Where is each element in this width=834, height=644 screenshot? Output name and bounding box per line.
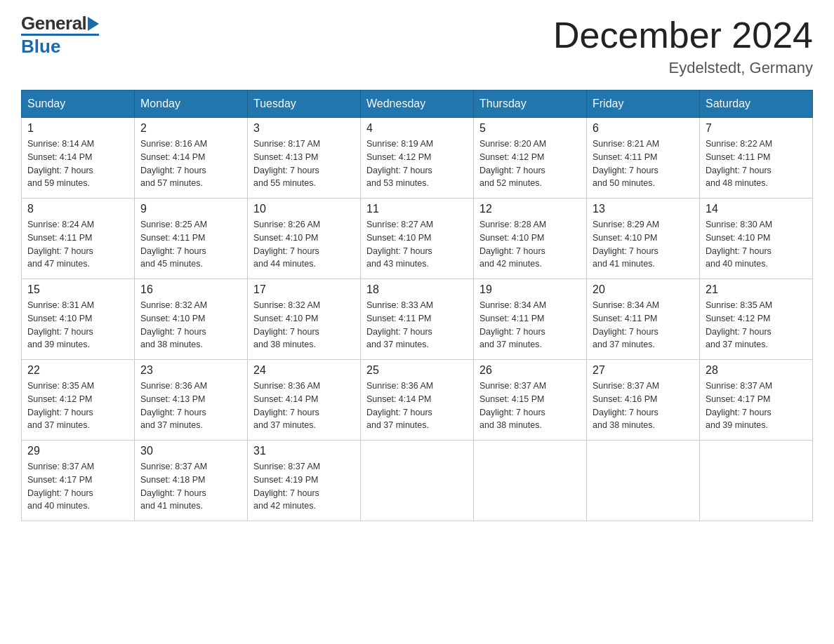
day-info: Sunrise: 8:34 AMSunset: 4:11 PMDaylight:… [593, 299, 694, 351]
day-number: 19 [479, 283, 581, 296]
day-number: 11 [366, 203, 468, 215]
day-number: 5 [479, 122, 581, 135]
day-info: Sunrise: 8:32 AMSunset: 4:10 PMDaylight:… [253, 299, 355, 351]
day-info: Sunrise: 8:26 AMSunset: 4:10 PMDaylight:… [253, 218, 355, 271]
day-info: Sunrise: 8:29 AMSunset: 4:10 PMDaylight:… [593, 218, 694, 271]
day-info: Sunrise: 8:21 AMSunset: 4:11 PMDaylight:… [593, 137, 694, 190]
logo: General Blue [21, 14, 99, 55]
day-number: 6 [593, 122, 694, 135]
weekday-header-monday: Monday [135, 90, 248, 118]
day-info: Sunrise: 8:25 AMSunset: 4:11 PMDaylight:… [140, 218, 241, 271]
weekday-header-tuesday: Tuesday [248, 90, 361, 118]
day-info: Sunrise: 8:36 AMSunset: 4:14 PMDaylight:… [366, 380, 468, 432]
day-number: 13 [593, 203, 694, 215]
day-info: Sunrise: 8:17 AMSunset: 4:13 PMDaylight:… [253, 137, 355, 190]
day-cell: 20Sunrise: 8:34 AMSunset: 4:11 PMDayligh… [587, 279, 700, 360]
day-info: Sunrise: 8:33 AMSunset: 4:11 PMDaylight:… [366, 299, 468, 351]
day-cell: 3Sunrise: 8:17 AMSunset: 4:13 PMDaylight… [248, 118, 361, 199]
day-info: Sunrise: 8:22 AMSunset: 4:11 PMDaylight:… [706, 137, 807, 190]
day-number: 14 [706, 203, 807, 215]
day-info: Sunrise: 8:31 AMSunset: 4:10 PMDaylight:… [27, 299, 128, 351]
logo-triangle-icon [88, 17, 99, 31]
day-info: Sunrise: 8:24 AMSunset: 4:11 PMDaylight:… [27, 218, 128, 271]
weekday-header-row: SundayMondayTuesdayWednesdayThursdayFrid… [22, 90, 813, 118]
day-cell: 10Sunrise: 8:26 AMSunset: 4:10 PMDayligh… [248, 199, 361, 279]
day-info: Sunrise: 8:32 AMSunset: 4:10 PMDaylight:… [140, 299, 241, 351]
week-row-2: 8Sunrise: 8:24 AMSunset: 4:11 PMDaylight… [22, 199, 813, 279]
day-info: Sunrise: 8:30 AMSunset: 4:10 PMDaylight:… [706, 218, 807, 271]
day-info: Sunrise: 8:37 AMSunset: 4:17 PMDaylight:… [27, 460, 128, 513]
day-number: 18 [366, 283, 468, 296]
weekday-header-wednesday: Wednesday [361, 90, 474, 118]
day-cell: 12Sunrise: 8:28 AMSunset: 4:10 PMDayligh… [474, 199, 587, 279]
day-cell [361, 441, 474, 521]
day-cell: 26Sunrise: 8:37 AMSunset: 4:15 PMDayligh… [474, 360, 587, 441]
day-number: 27 [593, 364, 694, 377]
day-number: 25 [366, 364, 468, 377]
day-info: Sunrise: 8:28 AMSunset: 4:10 PMDaylight:… [479, 218, 581, 271]
day-cell: 18Sunrise: 8:33 AMSunset: 4:11 PMDayligh… [361, 279, 474, 360]
calendar-subtitle: Eydelstedt, Germany [553, 59, 813, 77]
title-area: December 2024 Eydelstedt, Germany [553, 14, 813, 77]
day-cell: 29Sunrise: 8:37 AMSunset: 4:17 PMDayligh… [22, 441, 135, 521]
day-info: Sunrise: 8:36 AMSunset: 4:13 PMDaylight:… [140, 380, 241, 432]
day-number: 12 [479, 203, 581, 215]
weekday-header-saturday: Saturday [700, 90, 813, 118]
day-number: 21 [706, 283, 807, 296]
day-cell [587, 441, 700, 521]
day-cell: 27Sunrise: 8:37 AMSunset: 4:16 PMDayligh… [587, 360, 700, 441]
day-cell: 4Sunrise: 8:19 AMSunset: 4:12 PMDaylight… [361, 118, 474, 199]
day-number: 30 [140, 445, 241, 457]
week-row-5: 29Sunrise: 8:37 AMSunset: 4:17 PMDayligh… [22, 441, 813, 521]
day-number: 10 [253, 203, 355, 215]
day-cell: 31Sunrise: 8:37 AMSunset: 4:19 PMDayligh… [248, 441, 361, 521]
day-number: 9 [140, 203, 241, 215]
week-row-3: 15Sunrise: 8:31 AMSunset: 4:10 PMDayligh… [22, 279, 813, 360]
day-number: 20 [593, 283, 694, 296]
day-number: 3 [253, 122, 355, 135]
day-number: 29 [27, 445, 128, 457]
day-cell: 30Sunrise: 8:37 AMSunset: 4:18 PMDayligh… [135, 441, 248, 521]
day-number: 17 [253, 283, 355, 296]
day-cell: 5Sunrise: 8:20 AMSunset: 4:12 PMDaylight… [474, 118, 587, 199]
day-info: Sunrise: 8:35 AMSunset: 4:12 PMDaylight:… [27, 380, 128, 432]
day-cell: 24Sunrise: 8:36 AMSunset: 4:14 PMDayligh… [248, 360, 361, 441]
day-info: Sunrise: 8:20 AMSunset: 4:12 PMDaylight:… [479, 137, 581, 190]
day-number: 16 [140, 283, 241, 296]
weekday-header-sunday: Sunday [22, 90, 135, 118]
day-number: 4 [366, 122, 468, 135]
day-number: 7 [706, 122, 807, 135]
day-number: 1 [27, 122, 128, 135]
day-info: Sunrise: 8:37 AMSunset: 4:19 PMDaylight:… [253, 460, 355, 513]
logo-blue-text: Blue [21, 34, 99, 55]
day-info: Sunrise: 8:19 AMSunset: 4:12 PMDaylight:… [366, 137, 468, 190]
day-cell: 17Sunrise: 8:32 AMSunset: 4:10 PMDayligh… [248, 279, 361, 360]
logo-general-text: General [21, 14, 86, 32]
day-cell: 8Sunrise: 8:24 AMSunset: 4:11 PMDaylight… [22, 199, 135, 279]
day-cell: 23Sunrise: 8:36 AMSunset: 4:13 PMDayligh… [135, 360, 248, 441]
day-cell: 1Sunrise: 8:14 AMSunset: 4:14 PMDaylight… [22, 118, 135, 199]
day-cell: 16Sunrise: 8:32 AMSunset: 4:10 PMDayligh… [135, 279, 248, 360]
day-info: Sunrise: 8:16 AMSunset: 4:14 PMDaylight:… [140, 137, 241, 190]
day-number: 15 [27, 283, 128, 296]
day-info: Sunrise: 8:34 AMSunset: 4:11 PMDaylight:… [479, 299, 581, 351]
day-info: Sunrise: 8:35 AMSunset: 4:12 PMDaylight:… [706, 299, 807, 351]
calendar-table: SundayMondayTuesdayWednesdayThursdayFrid… [21, 90, 813, 521]
day-cell: 14Sunrise: 8:30 AMSunset: 4:10 PMDayligh… [700, 199, 813, 279]
day-cell: 11Sunrise: 8:27 AMSunset: 4:10 PMDayligh… [361, 199, 474, 279]
day-cell: 2Sunrise: 8:16 AMSunset: 4:14 PMDaylight… [135, 118, 248, 199]
day-number: 8 [27, 203, 128, 215]
day-number: 31 [253, 445, 355, 457]
day-info: Sunrise: 8:37 AMSunset: 4:16 PMDaylight:… [593, 380, 694, 432]
day-number: 23 [140, 364, 241, 377]
day-cell: 28Sunrise: 8:37 AMSunset: 4:17 PMDayligh… [700, 360, 813, 441]
calendar-title: December 2024 [553, 14, 813, 56]
week-row-1: 1Sunrise: 8:14 AMSunset: 4:14 PMDaylight… [22, 118, 813, 199]
week-row-4: 22Sunrise: 8:35 AMSunset: 4:12 PMDayligh… [22, 360, 813, 441]
day-info: Sunrise: 8:14 AMSunset: 4:14 PMDaylight:… [27, 137, 128, 190]
day-number: 26 [479, 364, 581, 377]
day-cell: 6Sunrise: 8:21 AMSunset: 4:11 PMDaylight… [587, 118, 700, 199]
weekday-header-thursday: Thursday [474, 90, 587, 118]
day-info: Sunrise: 8:37 AMSunset: 4:18 PMDaylight:… [140, 460, 241, 513]
day-info: Sunrise: 8:27 AMSunset: 4:10 PMDaylight:… [366, 218, 468, 271]
